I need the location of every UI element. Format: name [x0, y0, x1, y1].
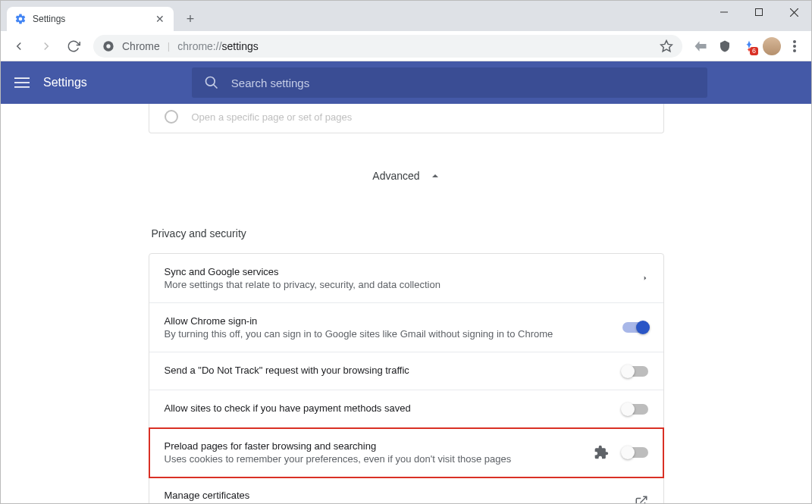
svg-line-17 [640, 496, 646, 502]
row-title: Sync and Google services [165, 266, 630, 277]
launch-icon [635, 495, 648, 503]
svg-marker-6 [661, 40, 672, 51]
window-titlebar: Settings ✕ + [1, 1, 811, 31]
forward-button[interactable] [34, 34, 58, 58]
maximize-button[interactable] [741, 1, 776, 23]
section-title: Privacy and security [149, 218, 664, 253]
omnibox-label: Chrome [122, 40, 160, 52]
toolbar: Chrome | chrome://settings 6 [1, 31, 811, 61]
row-title: Allow sites to check if you have payment… [165, 402, 610, 414]
toggle-payment[interactable] [622, 404, 648, 415]
chevron-right-icon [642, 274, 648, 283]
svg-rect-10 [14, 77, 30, 79]
minimize-button[interactable] [707, 1, 741, 23]
chrome-menu-button[interactable] [784, 36, 805, 57]
reload-button[interactable] [61, 34, 86, 58]
svg-point-5 [106, 44, 110, 48]
startup-row-partial[interactable]: Open a specific page or set of pages [149, 104, 664, 133]
svg-point-8 [793, 45, 796, 48]
extension-badge: 6 [750, 47, 758, 55]
row-title: Allow Chrome sign-in [165, 315, 610, 327]
extension-badge-icon[interactable]: 6 [738, 36, 760, 57]
row-subtitle: By turning this off, you can sign in to … [165, 328, 610, 340]
puzzle-icon [594, 445, 609, 460]
ublock-icon[interactable] [714, 36, 735, 57]
advanced-toggle[interactable]: Advanced [149, 133, 664, 218]
row-subtitle: Uses cookies to remember your preference… [165, 453, 582, 465]
startup-label: Open a specific page or set of pages [192, 111, 353, 123]
advanced-label: Advanced [372, 170, 419, 182]
svg-marker-16 [644, 276, 646, 280]
svg-marker-15 [432, 174, 438, 177]
toggle-dnt[interactable] [622, 366, 648, 377]
settings-header: Settings [1, 61, 811, 104]
radio-icon [165, 110, 178, 124]
svg-rect-11 [14, 82, 30, 83]
browser-tab[interactable]: Settings ✕ [7, 7, 174, 31]
svg-line-14 [213, 85, 217, 89]
chevron-up-icon [431, 171, 440, 180]
omnibox[interactable]: Chrome | chrome://settings [93, 35, 682, 58]
star-icon[interactable] [660, 39, 673, 53]
svg-point-13 [205, 77, 215, 86]
row-signin: Allow Chrome sign-in By turning this off… [149, 303, 663, 352]
settings-search[interactable] [192, 67, 707, 98]
row-subtitle: More settings that relate to privacy, se… [165, 279, 630, 290]
settings-title: Settings [43, 76, 87, 89]
window-controls [707, 1, 811, 23]
tab-title: Settings [33, 14, 148, 24]
settings-search-input[interactable] [231, 77, 695, 89]
svg-rect-1 [756, 9, 763, 16]
svg-point-7 [793, 40, 796, 43]
toggle-signin[interactable] [622, 322, 648, 333]
privacy-card: Sync and Google services More settings t… [149, 253, 664, 503]
toggle-preload[interactable] [622, 447, 648, 458]
row-payment: Allow sites to check if you have payment… [149, 390, 663, 428]
row-dnt: Send a "Do Not Track" request with your … [149, 352, 663, 390]
row-certificates[interactable]: Manage certificates Manage HTTPS/SSL cer… [149, 477, 663, 503]
content-area[interactable]: Open a specific page or set of pages Adv… [1, 104, 811, 503]
row-subtitle: Manage HTTPS/SSL certificates and settin… [165, 502, 622, 503]
row-preload: Preload pages for faster browsing and se… [149, 428, 663, 477]
svg-rect-12 [14, 86, 30, 88]
row-title: Preload pages for faster browsing and se… [165, 440, 582, 452]
gear-icon [14, 13, 27, 25]
omnibox-url: chrome://settings [177, 40, 259, 52]
svg-point-9 [793, 49, 796, 52]
new-tab-button[interactable]: + [180, 8, 201, 30]
search-icon [204, 75, 219, 90]
menu-icon[interactable] [14, 75, 30, 90]
back-button[interactable] [7, 34, 31, 58]
extension-icon[interactable] [690, 36, 711, 57]
row-title: Send a "Do Not Track" request with your … [165, 365, 610, 376]
close-window-button[interactable] [776, 1, 811, 23]
tab-close-button[interactable]: ✕ [154, 13, 166, 25]
chrome-icon [102, 40, 114, 52]
omnibox-separator: | [168, 40, 170, 52]
row-sync[interactable]: Sync and Google services More settings t… [149, 254, 663, 303]
profile-avatar[interactable] [763, 37, 781, 55]
row-title: Manage certificates [165, 490, 622, 501]
